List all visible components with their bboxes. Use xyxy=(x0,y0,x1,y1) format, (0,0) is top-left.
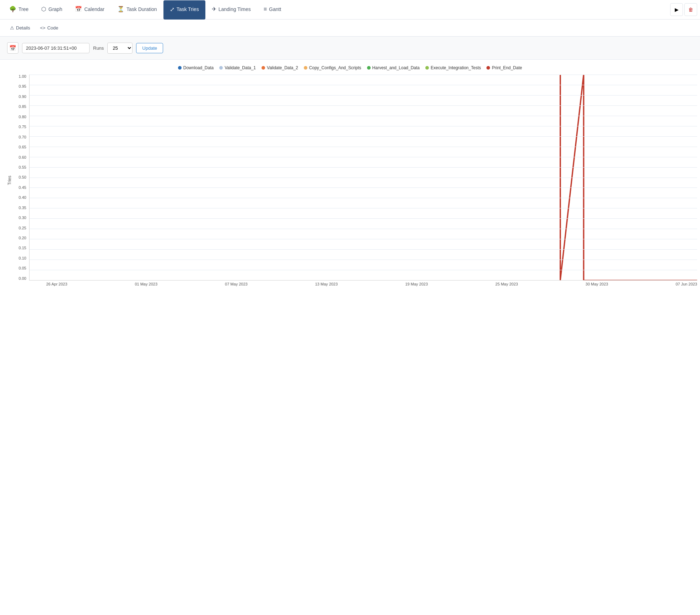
y-tick: 0.25 xyxy=(19,226,26,230)
y-tick: 1.00 xyxy=(19,75,26,78)
grid-line xyxy=(29,126,697,126)
y-tick: 0.60 xyxy=(19,156,26,159)
legend-item-execute-integration: Execute_Integration_Tests xyxy=(425,65,481,70)
y-axis: 1.000.950.900.850.800.750.700.650.600.55… xyxy=(15,75,29,281)
chart-legend: Download_DataValidate_Data_1Validate_Dat… xyxy=(3,65,697,70)
x-tick: 30 May 2023 xyxy=(586,282,608,286)
legend-item-harvest-load: Harvest_and_Load_Data xyxy=(367,65,420,70)
tab-task-duration[interactable]: ⏳ Task Duration xyxy=(111,0,163,19)
legend-dot-validate-data-2 xyxy=(262,66,265,70)
y-tick: 0.55 xyxy=(19,165,26,169)
y-tick: 0.15 xyxy=(19,246,26,250)
chart-container: Download_DataValidate_Data_1Validate_Dat… xyxy=(0,60,700,289)
tab-tree[interactable]: 🌳 Tree xyxy=(3,0,35,19)
x-tick: 25 May 2023 xyxy=(495,282,518,286)
grid-line xyxy=(29,95,697,96)
tab-gantt-label: Gantt xyxy=(269,6,281,12)
grid-line xyxy=(29,116,697,116)
grid-line xyxy=(29,157,697,157)
tab-landing-times-label: Landing Times xyxy=(219,6,251,12)
gantt-icon: ≡ xyxy=(264,6,267,12)
legend-item-print-end-date: Print_End_Date xyxy=(486,65,522,70)
chart-inner: 26 Apr 202301 May 202307 May 202313 May … xyxy=(29,75,697,286)
tab-gantt[interactable]: ≡ Gantt xyxy=(257,0,288,19)
x-axis: 26 Apr 202301 May 202307 May 202313 May … xyxy=(46,281,697,286)
y-tick: 0.40 xyxy=(19,196,26,200)
legend-label-validate-data-1: Validate_Data_1 xyxy=(225,65,256,70)
calendar-picker-icon[interactable]: 📅 xyxy=(7,42,18,54)
sub-tab-details[interactable]: ⚠ Details xyxy=(6,23,34,33)
tree-icon: 🌳 xyxy=(9,6,16,12)
legend-dot-copy-configs xyxy=(304,66,307,70)
legend-item-validate-data-2: Validate_Data_2 xyxy=(262,65,298,70)
sub-tab-code-label: Code xyxy=(47,25,58,31)
grid-line xyxy=(29,218,697,219)
legend-item-validate-data-1: Validate_Data_1 xyxy=(219,65,256,70)
delete-button[interactable]: 🗑 xyxy=(684,3,697,16)
y-tick: 0.65 xyxy=(19,145,26,149)
grid-line xyxy=(29,178,697,178)
tab-graph-label: Graph xyxy=(48,6,62,12)
legend-dot-execute-integration xyxy=(425,66,429,70)
chart-plot-area xyxy=(29,75,697,281)
sub-tab-code[interactable]: <> Code xyxy=(36,23,63,33)
y-tick: 0.70 xyxy=(19,135,26,139)
legend-item-copy-configs: Copy_Configs_And_Scripts xyxy=(304,65,361,70)
x-tick: 01 May 2023 xyxy=(135,282,157,286)
y-tick: 0.00 xyxy=(19,277,26,281)
legend-dot-validate-data-1 xyxy=(219,66,223,70)
tab-calendar[interactable]: 📅 Calendar xyxy=(69,0,111,19)
tab-task-tries-label: Task Tries xyxy=(177,6,199,12)
grid-line xyxy=(29,239,697,239)
sub-tab-details-label: Details xyxy=(16,25,30,31)
x-tick: 13 May 2023 xyxy=(315,282,338,286)
grid-line xyxy=(29,85,697,85)
y-tick: 0.50 xyxy=(19,175,26,179)
task-duration-icon: ⏳ xyxy=(117,6,124,12)
update-button[interactable]: Update xyxy=(136,43,163,53)
tab-graph[interactable]: ⬡ Graph xyxy=(35,0,69,19)
y-axis-label: Tries xyxy=(6,75,14,286)
nav-actions: ▶ 🗑 xyxy=(670,3,697,16)
legend-label-validate-data-2: Validate_Data_2 xyxy=(267,65,298,70)
grid-line xyxy=(29,260,697,260)
landing-times-icon: ✈ xyxy=(212,6,216,12)
runs-select[interactable]: 25 10 50 xyxy=(107,43,133,54)
legend-label-harvest-load: Harvest_and_Load_Data xyxy=(372,65,420,70)
y-tick: 0.20 xyxy=(19,236,26,240)
y-tick: 0.45 xyxy=(19,186,26,190)
y-tick: 0.80 xyxy=(19,115,26,119)
grid-line xyxy=(29,105,697,106)
x-tick: 07 May 2023 xyxy=(225,282,248,286)
legend-label-print-end-date: Print_End_Date xyxy=(492,65,522,70)
y-tick: 0.95 xyxy=(19,85,26,88)
x-tick: 26 Apr 2023 xyxy=(46,282,67,286)
top-navigation: 🌳 Tree ⬡ Graph 📅 Calendar ⏳ Task Duratio… xyxy=(0,0,700,20)
tab-landing-times[interactable]: ✈ Landing Times xyxy=(205,0,257,19)
legend-dot-harvest-load xyxy=(367,66,371,70)
grid-line xyxy=(29,167,697,168)
sub-navigation: ⚠ Details <> Code xyxy=(0,20,700,37)
y-tick: 0.75 xyxy=(19,125,26,129)
grid-line xyxy=(29,229,697,229)
legend-label-execute-integration: Execute_Integration_Tests xyxy=(431,65,481,70)
grid-line xyxy=(29,249,697,250)
y-tick: 0.30 xyxy=(19,216,26,220)
calendar-icon: 📅 xyxy=(75,6,82,12)
y-tick: 0.85 xyxy=(19,105,26,109)
task-tries-icon: ⤢ xyxy=(170,6,174,13)
legend-dot-download-data xyxy=(178,66,182,70)
run-button[interactable]: ▶ xyxy=(670,3,683,16)
tab-task-tries[interactable]: ⤢ Task Tries xyxy=(163,0,205,20)
date-input[interactable] xyxy=(22,43,90,53)
legend-label-download-data: Download_Data xyxy=(183,65,214,70)
tab-task-duration-label: Task Duration xyxy=(126,6,157,12)
y-tick: 0.05 xyxy=(19,266,26,270)
grid-line xyxy=(29,187,697,188)
grid-line xyxy=(29,270,697,270)
legend-label-copy-configs: Copy_Configs_And_Scripts xyxy=(309,65,361,70)
grid-line xyxy=(29,75,697,75)
graph-icon: ⬡ xyxy=(41,6,46,12)
legend-dot-print-end-date xyxy=(486,66,490,70)
tab-tree-label: Tree xyxy=(18,6,28,12)
